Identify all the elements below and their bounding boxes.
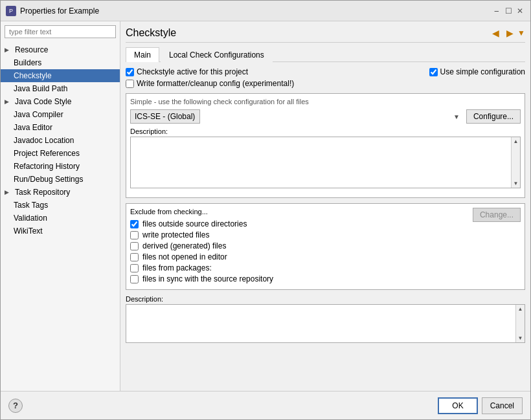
properties-window: P Properties for Example ‒ ☐ ✕ ▶ Resourc… — [0, 0, 531, 420]
simple-section-label: Simple - use the following check configu… — [130, 98, 521, 105]
sidebar: ▶ Resource Builders Checkstyle Java Buil… — [1, 21, 120, 391]
use-simple-label: Use simple configuration — [440, 67, 525, 76]
sidebar-item-refactoring-history[interactable]: Refactoring History — [1, 160, 120, 173]
scroll-down-icon[interactable]: ▼ — [512, 179, 520, 188]
scrollbar[interactable]: ▲ ▼ — [511, 137, 520, 188]
maximize-button[interactable]: ☐ — [503, 6, 514, 16]
use-simple-checkbox-row: Use simple configuration — [429, 67, 525, 76]
sidebar-item-label: Java Build Path — [14, 84, 67, 93]
title-buttons: ‒ ☐ ✕ — [491, 6, 525, 16]
write-formatter-label: Write formatter/cleanup config (experime… — [137, 79, 294, 88]
main-content: ▶ Resource Builders Checkstyle Java Buil… — [1, 21, 530, 391]
exclude-label-0: files outside source directories — [142, 219, 247, 228]
sidebar-item-label: Task Repository — [15, 188, 70, 197]
sidebar-item-javadoc-location[interactable]: Javadoc Location — [1, 134, 120, 147]
sidebar-item-label: Java Compiler — [14, 110, 63, 119]
panel-toolbar: ◀ ▶ ▼ — [489, 27, 525, 39]
configure-button[interactable]: Configure... — [466, 109, 521, 124]
sidebar-item-java-compiler[interactable]: Java Compiler — [1, 108, 120, 121]
sidebar-item-validation[interactable]: Validation — [1, 212, 120, 225]
bottom-bar: ? OK Cancel — [1, 391, 530, 419]
exclude-label-2: derived (generated) files — [142, 241, 226, 250]
sidebar-item-label: Validation — [14, 214, 47, 223]
expand-icon: ▶ — [5, 98, 12, 105]
ok-button[interactable]: OK — [438, 397, 477, 414]
exclude-item-0: files outside source directories — [130, 219, 521, 228]
exclude-item-3: files not opened in editor — [130, 252, 521, 261]
window-icon: P — [6, 6, 16, 16]
title-bar: P Properties for Example ‒ ☐ ✕ — [1, 1, 530, 21]
dropdown-arrow-icon[interactable]: ▼ — [517, 28, 525, 38]
tree: ▶ Resource Builders Checkstyle Java Buil… — [1, 42, 120, 391]
sidebar-item-task-repository[interactable]: ▶ Task Repository — [1, 186, 120, 199]
window-title: Properties for Example — [20, 6, 99, 16]
scroll-up-icon2[interactable]: ▲ — [517, 305, 525, 313]
dropdown-icon: ▼ — [453, 113, 460, 120]
exclude-checkbox-1[interactable] — [130, 231, 139, 239]
scroll-down-icon2[interactable]: ▼ — [517, 334, 525, 342]
description2-box: ▲ ▼ — [126, 304, 525, 343]
scroll-up-icon[interactable]: ▲ — [512, 137, 520, 146]
description-label: Description: — [130, 127, 521, 135]
write-formatter-row: Write formatter/cleanup config (experime… — [126, 79, 525, 88]
exclude-checkbox-5[interactable] — [130, 275, 139, 283]
main-panel: Checkstyle ◀ ▶ ▼ Main Local Check Config… — [120, 21, 530, 391]
action-buttons: OK Cancel — [438, 397, 523, 414]
expand-icon: ▶ — [5, 189, 12, 195]
simple-section: Simple - use the following check configu… — [126, 93, 525, 198]
back-button[interactable]: ◀ — [489, 27, 502, 39]
sidebar-item-label: Refactoring History — [14, 162, 80, 171]
exclude-checkbox-0[interactable] — [130, 220, 139, 228]
write-formatter-checkbox[interactable] — [126, 80, 134, 88]
sidebar-item-builders[interactable]: Builders — [1, 56, 120, 69]
exclude-checkbox-2[interactable] — [130, 242, 139, 250]
tab-bar: Main Local Check Configurations — [126, 47, 525, 62]
sidebar-item-java-build-path[interactable]: Java Build Path — [1, 82, 120, 95]
sidebar-item-label: Checkstyle — [14, 71, 52, 80]
config-dropdown[interactable]: ICS-SE - (Global) — [130, 109, 200, 124]
config-select-wrapper: ICS-SE - (Global) ▼ — [130, 109, 464, 124]
sidebar-item-label: Run/Debug Settings — [14, 175, 83, 184]
sidebar-item-task-tags[interactable]: Task Tags — [1, 199, 120, 212]
description2-section: Description: ▲ ▼ — [126, 295, 525, 348]
exclude-title: Exclude from checking... — [130, 208, 521, 216]
exclude-checkbox-4[interactable] — [130, 264, 139, 272]
sidebar-item-checkstyle[interactable]: Checkstyle — [1, 69, 120, 82]
config-row: ICS-SE - (Global) ▼ Configure... — [130, 109, 521, 124]
close-button[interactable]: ✕ — [515, 6, 525, 16]
minimize-button[interactable]: ‒ — [491, 6, 502, 16]
sidebar-item-java-editor[interactable]: Java Editor — [1, 121, 120, 134]
sidebar-item-project-references[interactable]: Project References — [1, 147, 120, 160]
change-button[interactable]: Change... — [473, 208, 521, 222]
sidebar-item-label: Java Code Style — [15, 97, 71, 106]
sidebar-item-label: Javadoc Location — [14, 136, 74, 145]
exclude-label-5: files in sync with the source repository — [142, 274, 273, 283]
exclude-items-list: files outside source directories write p… — [130, 219, 521, 283]
sidebar-item-label: WikiText — [14, 227, 43, 236]
sidebar-item-label: Java Editor — [14, 123, 52, 132]
cancel-button[interactable]: Cancel — [482, 397, 523, 414]
sidebar-item-java-code-style[interactable]: ▶ Java Code Style — [1, 95, 120, 108]
exclude-label-3: files not opened in editor — [142, 252, 227, 261]
exclude-item-1: write protected files — [130, 230, 521, 239]
tab-main[interactable]: Main — [126, 47, 159, 62]
sidebar-item-wikitext[interactable]: WikiText — [1, 225, 120, 238]
exclude-label-4: files from packages: — [142, 263, 212, 272]
sidebar-item-resource[interactable]: ▶ Resource — [1, 43, 120, 56]
panel-title: Checkstyle — [126, 27, 176, 39]
exclude-section: Exclude from checking... Change... files… — [126, 203, 525, 290]
filter-input[interactable] — [5, 25, 116, 38]
scrollbar2[interactable]: ▲ ▼ — [515, 305, 525, 342]
tab-local-check-configurations[interactable]: Local Check Configurations — [161, 47, 273, 62]
description2-label: Description: — [126, 295, 525, 303]
exclude-checkbox-3[interactable] — [130, 253, 139, 261]
sidebar-item-label: Project References — [14, 149, 80, 158]
forward-button[interactable]: ▶ — [503, 27, 516, 39]
expand-icon: ▶ — [5, 47, 12, 53]
use-simple-checkbox[interactable] — [429, 68, 438, 76]
exclude-label-1: write protected files — [142, 230, 209, 239]
sidebar-item-run-debug-settings[interactable]: Run/Debug Settings — [1, 173, 120, 186]
checkstyle-active-checkbox[interactable] — [126, 68, 134, 76]
help-button[interactable]: ? — [8, 399, 23, 413]
checkstyle-active-label: Checkstyle active for this project — [137, 67, 248, 76]
